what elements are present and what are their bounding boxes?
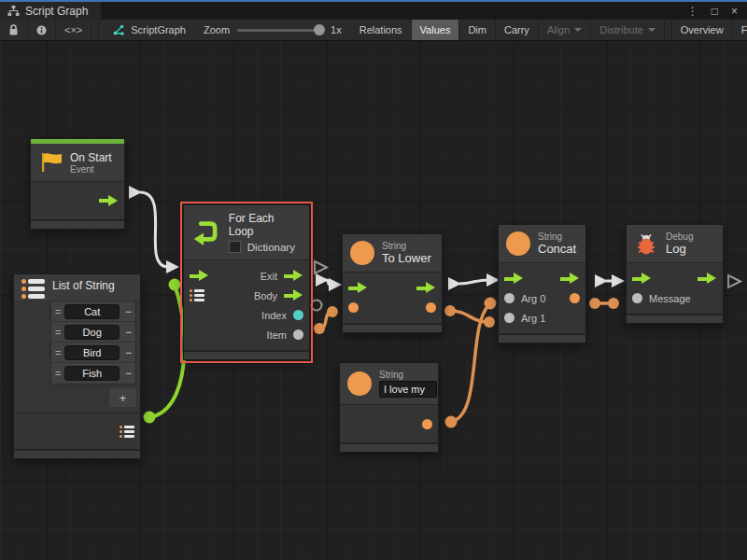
node-string-literal[interactable]: String (339, 362, 439, 453)
code-icon: <×> (64, 24, 82, 35)
node-footer (184, 350, 309, 359)
window-maximize-icon[interactable]: □ (712, 5, 718, 18)
drag-handle-icon[interactable]: = (55, 327, 61, 338)
for-each-header[interactable]: For Each Loop Dictionary (184, 205, 309, 259)
drag-handle-icon[interactable]: = (55, 368, 61, 379)
result-output-port[interactable] (426, 302, 436, 313)
body-output-port[interactable] (284, 289, 303, 301)
remove-item-button[interactable]: − (125, 346, 132, 359)
message-input-port[interactable] (632, 293, 642, 303)
zoom-slider-handle[interactable] (314, 24, 325, 35)
info-icon (36, 24, 47, 36)
flow-output-port[interactable] (99, 195, 119, 207)
distribute-button[interactable]: Distribute (591, 20, 664, 40)
window-close-icon[interactable]: × (731, 5, 738, 18)
wire-item-to-tolower[interactable] (314, 306, 338, 334)
lock-button[interactable] (0, 20, 28, 40)
on-start-header[interactable]: On Start Event (31, 144, 124, 181)
list-header[interactable]: List of String (14, 274, 140, 301)
drag-handle-icon[interactable]: = (55, 306, 61, 317)
debug-log-header[interactable]: Debug Log (627, 225, 723, 262)
exit-output-port[interactable] (284, 270, 303, 282)
node-footer (31, 219, 124, 229)
node-footer (499, 333, 585, 343)
port-label-item: Item (267, 329, 287, 341)
string-literal-header[interactable]: String (340, 363, 438, 404)
list-add-row: + (50, 388, 136, 407)
result-output-port[interactable] (570, 293, 580, 303)
flow-input-port[interactable] (632, 273, 652, 285)
add-item-button[interactable]: + (108, 388, 136, 407)
node-on-start[interactable]: On Start Event (30, 138, 125, 230)
graph-toolbar: <×> ScriptGraph Zoom 1x Relations Values… (0, 20, 747, 41)
flow-input-port[interactable] (348, 282, 368, 294)
list-item-value[interactable]: Cat (64, 304, 120, 319)
graph-breadcrumb[interactable]: ScriptGraph (99, 20, 194, 40)
remove-item-button[interactable]: − (125, 305, 132, 318)
wire-tolower-to-arg1[interactable] (444, 305, 495, 328)
arg1-input-port[interactable] (504, 313, 514, 323)
list-item-value[interactable]: Bird (64, 345, 120, 360)
node-title: On Start (70, 151, 112, 164)
tab-bar: Script Graph ⋮ □ × (0, 2, 747, 20)
node-debug-log[interactable]: Debug Log Message (626, 224, 724, 324)
full-screen-button[interactable]: Full Screen (733, 20, 747, 40)
string-type-icon (350, 241, 374, 265)
wire-concat-to-message[interactable] (589, 298, 619, 309)
flow-output-port[interactable] (560, 273, 580, 285)
flow-output-port[interactable] (698, 273, 717, 285)
dictionary-label: Dictionary (247, 242, 295, 253)
node-for-each-loop[interactable]: For Each Loop Dictionary Exit (183, 204, 310, 360)
remove-item-button[interactable]: − (125, 367, 132, 380)
zoom-slider[interactable] (237, 29, 323, 32)
wire-onstart-to-foreach[interactable] (129, 186, 179, 273)
string-value-input[interactable] (379, 381, 437, 398)
item-output-port[interactable] (293, 329, 303, 340)
bug-icon (634, 231, 658, 256)
flow-output-port[interactable] (416, 282, 436, 294)
overview-button[interactable]: Overview (672, 20, 733, 40)
node-footer (627, 314, 723, 323)
wire-list-to-foreach[interactable] (144, 279, 185, 424)
string-output-port[interactable] (422, 419, 432, 429)
align-button[interactable]: Align (539, 20, 591, 40)
relations-button[interactable]: Relations (351, 20, 412, 40)
values-button[interactable]: Values (412, 20, 460, 40)
arg0-input-port[interactable] (504, 293, 514, 303)
wire-literal-to-arg0[interactable] (445, 298, 497, 428)
info-button[interactable] (28, 20, 56, 40)
tab-title: Script Graph (25, 5, 88, 18)
port-label-message: Message (649, 293, 691, 304)
string-input-port[interactable] (348, 302, 359, 313)
drag-handle-icon[interactable]: = (55, 347, 61, 358)
list-output-port[interactable] (120, 426, 134, 438)
wire-body-to-tolower[interactable] (316, 273, 342, 291)
flow-input-port[interactable] (504, 273, 524, 285)
dictionary-checkbox[interactable] (229, 241, 241, 253)
collection-input-port[interactable] (190, 289, 204, 301)
wire-concat-to-log[interactable] (595, 274, 625, 287)
tab-script-graph[interactable]: Script Graph (0, 2, 101, 20)
relations-label: Relations (359, 24, 402, 35)
window-menu-icon[interactable]: ⋮ (687, 5, 698, 18)
dim-button[interactable]: Dim (459, 20, 496, 40)
node-string-to-lower[interactable]: String To Lower (342, 233, 443, 333)
carry-button[interactable]: Carry (496, 20, 539, 40)
remove-item-button[interactable]: − (125, 326, 132, 339)
list-item-row: = Bird − (51, 343, 135, 363)
list-editor: = Cat − = Dog − = Bird − = Fish − (50, 301, 136, 385)
node-string-concat[interactable]: String Concat Arg 0 Arg 1 (498, 224, 586, 343)
code-view-button[interactable]: <×> (56, 20, 92, 40)
zoom-control: Zoom 1x (194, 20, 351, 40)
list-item-value[interactable]: Dog (64, 325, 120, 340)
node-list-of-string[interactable]: List of String = Cat − = Dog − = Bird − (13, 273, 141, 459)
wire-tolower-to-concat[interactable] (448, 273, 500, 290)
flow-input-port[interactable] (190, 270, 209, 282)
graph-canvas[interactable]: On Start Event List of String (0, 41, 747, 560)
concat-header[interactable]: String Concat (499, 225, 585, 262)
index-output-port[interactable] (293, 310, 303, 320)
unconnected-value-hint (312, 301, 322, 311)
loop-icon (191, 218, 219, 246)
list-item-value[interactable]: Fish (64, 366, 120, 381)
to-lower-header[interactable]: String To Lower (343, 234, 442, 272)
